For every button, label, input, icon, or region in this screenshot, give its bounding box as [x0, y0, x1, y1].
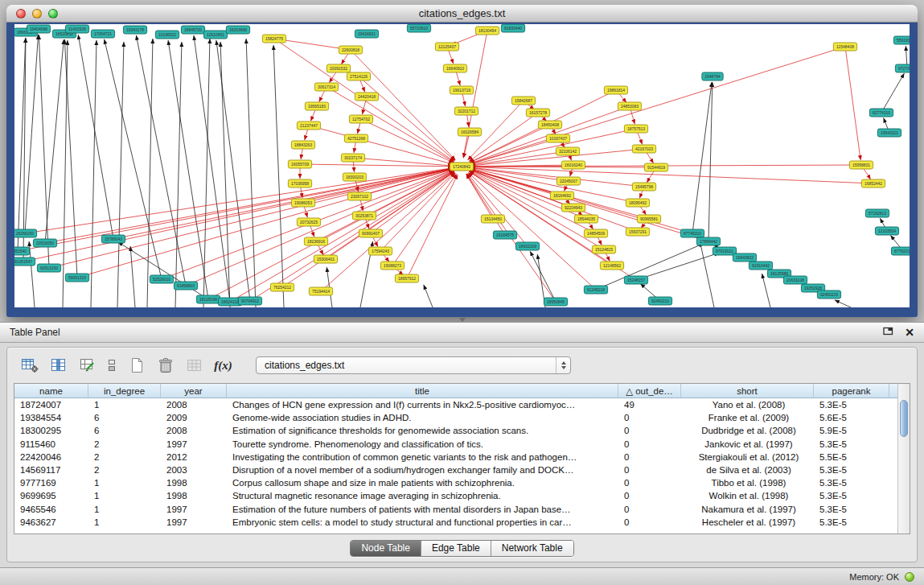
table-cell[interactable]: 5.9E-5 — [814, 426, 889, 435]
graph-edge[interactable] — [380, 173, 455, 251]
graph-edge[interactable] — [407, 175, 458, 278]
table-cell[interactable]: Corpus callosum shape and size in male p… — [227, 478, 618, 488]
table-row[interactable]: 969969511998Structural magnetic resonanc… — [14, 489, 897, 502]
minimize-window-button[interactable] — [32, 9, 42, 19]
table-cell[interactable]: 5.3E-5 — [814, 505, 889, 514]
table-cell[interactable]: 5.3E-5 — [814, 465, 889, 475]
table-cell[interactable]: 18300295 — [14, 426, 88, 435]
graph-edge[interactable] — [130, 246, 135, 307]
graph-edge[interactable] — [845, 47, 860, 160]
tab-edge-table[interactable]: Edge Table — [421, 541, 491, 556]
table-cell[interactable]: Nakamura et al. (1997) — [681, 505, 814, 514]
table-cell[interactable]: 1 — [88, 478, 161, 488]
graph-edge[interactable] — [708, 82, 713, 241]
table-cell[interactable]: 2012 — [161, 452, 227, 462]
table-cell[interactable]: 0 — [618, 517, 681, 527]
table-cell[interactable]: Dudbridge et al. (2008) — [681, 426, 814, 435]
table-cell[interactable]: 5.3E-5 — [814, 491, 889, 501]
table-cell[interactable]: Wolkin et al. (1998) — [681, 491, 814, 501]
graph-edge[interactable] — [353, 158, 453, 166]
table-cell[interactable]: Yano et al. (2008) — [681, 400, 814, 410]
graph-edge[interactable] — [194, 35, 230, 302]
table-cell[interactable]: 5.5E-5 — [814, 452, 889, 462]
function-builder-icon[interactable]: f(x) — [212, 355, 234, 376]
table-cell[interactable]: Embryonic stem cells: a model to study s… — [227, 517, 618, 527]
table-cell[interactable]: 2008 — [161, 426, 227, 435]
splitter-handle[interactable] — [459, 318, 466, 322]
table-selector-dropdown[interactable]: citations_edges.txt — [256, 356, 571, 374]
graph-edge[interactable] — [147, 39, 153, 307]
table-cell[interactable]: 2 — [88, 465, 161, 475]
table-row[interactable]: 2242004622012Investigating the contribut… — [14, 451, 897, 463]
graph-edge[interactable] — [321, 172, 455, 291]
table-cell[interactable]: 5.3E-5 — [814, 400, 889, 410]
graph-edge[interactable] — [246, 39, 256, 307]
close-panel-icon[interactable]: ✕ — [905, 327, 914, 338]
graph-edge[interactable] — [45, 39, 64, 243]
graph-edge[interactable] — [216, 40, 250, 301]
table-cell[interactable]: 1997 — [161, 439, 227, 449]
table-row[interactable]: 1872400712008Changes of HCN gene express… — [14, 398, 897, 411]
column-header-short[interactable]: short — [681, 384, 814, 398]
graph-edge[interactable] — [881, 73, 904, 113]
table-cell[interactable]: 2008 — [161, 400, 227, 410]
table-scrollbar[interactable] — [897, 384, 910, 534]
graph-edge[interactable] — [25, 35, 39, 233]
graph-edge[interactable] — [45, 168, 453, 243]
table-cell[interactable]: Stergiakouli et al. (2012) — [681, 452, 814, 462]
table-cell[interactable]: 6 — [88, 413, 161, 422]
table-row[interactable]: 911546021997Tourette syndrome. Phenomeno… — [14, 438, 897, 451]
table-cell[interactable]: de Silva et al. (2003) — [681, 465, 814, 475]
table-cell[interactable]: 2009 — [161, 413, 227, 422]
import-table-icon[interactable] — [183, 355, 205, 376]
graph-edge[interactable] — [136, 35, 186, 286]
table-cell[interactable]: 2 — [88, 452, 161, 462]
graph-edge[interactable] — [424, 285, 433, 307]
table-cell[interactable]: 1998 — [161, 491, 227, 501]
table-cell[interactable]: Tibbo et al. (1998) — [681, 478, 814, 488]
graph-edge[interactable] — [470, 167, 569, 181]
close-window-button[interactable] — [16, 9, 26, 19]
table-row[interactable]: 1830029562008Estimation of significance … — [14, 424, 897, 437]
graph-edge[interactable] — [326, 87, 454, 162]
table-cell[interactable]: 2 — [88, 439, 161, 449]
table-cell[interactable]: 0 — [618, 505, 681, 514]
table-cell[interactable]: 5.3E-5 — [814, 517, 889, 527]
graph-edge[interactable] — [309, 126, 453, 164]
float-panel-icon[interactable] — [883, 327, 893, 338]
column-header-pagerank[interactable]: pagerank — [814, 384, 889, 398]
table-cell[interactable]: 1997 — [161, 505, 227, 514]
zoom-window-button[interactable] — [48, 9, 58, 19]
table-cell[interactable]: Hescheler et al. (1997) — [681, 517, 814, 527]
table-cell[interactable]: 9115460 — [14, 439, 88, 449]
table-row[interactable]: 946554611997Estimation of the future num… — [14, 503, 897, 516]
column-header-name[interactable]: name — [14, 384, 88, 398]
table-cell[interactable]: Genome-wide association studies in ADHD. — [227, 413, 618, 422]
table-row[interactable]: 1938455462009Genome-wide association stu… — [14, 411, 897, 424]
table-cell[interactable]: 1998 — [161, 478, 227, 488]
table-row[interactable]: 977716911998Corpus callosum shape and si… — [14, 476, 897, 489]
table-cell[interactable]: 1 — [88, 517, 161, 527]
scrollbar-thumb[interactable] — [900, 400, 908, 437]
table-cell[interactable]: 0 — [618, 426, 681, 435]
graph-edge[interactable] — [273, 45, 284, 307]
delete-column-icon[interactable] — [154, 355, 176, 376]
table-cell[interactable]: 5.3E-5 — [814, 478, 889, 488]
row-selector-icon[interactable] — [105, 355, 118, 376]
graph-edge[interactable] — [692, 82, 712, 233]
graph-edge[interactable] — [91, 40, 97, 307]
table-cell[interactable]: 5.3E-5 — [814, 439, 889, 449]
table-cell[interactable]: 14569117 — [14, 465, 88, 475]
table-cell[interactable]: Franke et al. (2009) — [681, 413, 814, 422]
tab-node-table[interactable]: Node Table — [351, 541, 421, 556]
table-cell[interactable]: Disruption of a novel member of a sodium… — [227, 465, 618, 475]
table-cell[interactable]: 0 — [618, 439, 681, 449]
table-cell[interactable]: 5.6E-5 — [814, 413, 889, 422]
graph-edge[interactable] — [762, 274, 770, 307]
column-selector-icon[interactable] — [47, 355, 69, 376]
graph-edge[interactable] — [203, 39, 210, 307]
graph-edge[interactable] — [118, 242, 208, 299]
table-cell[interactable]: 9465546 — [14, 505, 88, 514]
table-cell[interactable]: 0 — [618, 413, 681, 422]
window-titlebar[interactable]: citations_edges.txt — [6, 5, 918, 23]
